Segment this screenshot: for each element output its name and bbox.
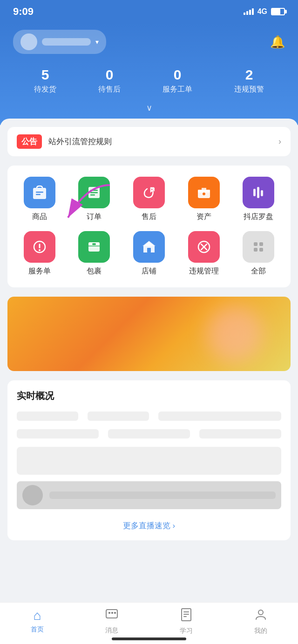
service-label: 服务单 [28,266,51,276]
svg-rect-32 [111,612,113,614]
svg-rect-1 [33,188,46,199]
announcement-bar[interactable]: 公告 站外引流管控规则 › [7,127,291,156]
svg-rect-7 [90,194,95,196]
svg-rect-28 [254,248,257,252]
more-link-text: 更多直播速览 › [123,521,175,530]
blur-block-2 [88,412,149,421]
expand-chevron-icon[interactable]: ∨ [13,103,285,116]
blur-block-6 [199,429,281,438]
svg-rect-37 [183,616,187,617]
banner-blur [207,306,263,362]
banner[interactable] [7,297,291,371]
icon-grid: 商品 订单 [7,166,291,287]
aftersale-icon [133,177,165,208]
svg-rect-36 [183,614,189,615]
all-label: 全部 [251,266,266,276]
main-content: 公告 站外引流管控规则 › 商品 [0,119,298,609]
shop-icon [133,231,165,263]
compass-icon [243,177,274,208]
icon-item-compass[interactable]: 抖店罗盘 [235,177,282,222]
stats-blur-row-1 [17,412,281,421]
aftersale-label: 售后 [142,212,156,222]
message-nav-icon [105,607,119,624]
announcement-text: 站外引流管控规则 [48,136,272,147]
svg-rect-26 [254,242,257,246]
service-icon [24,231,55,263]
learn-nav-icon [179,607,193,624]
svg-rect-2 [36,192,43,193]
parcel-icon [78,231,110,263]
svg-rect-3 [36,194,41,195]
blur-block-1 [17,412,78,421]
icon-item-order[interactable]: 订单 [71,177,117,222]
asset-icon [188,177,220,208]
chevron-down-icon: ▾ [95,38,99,46]
order-label: 订单 [87,212,102,222]
icon-item-shop[interactable]: 店铺 [126,231,172,276]
blur-line-1 [17,447,281,475]
icon-item-service[interactable]: 服务单 [16,231,63,276]
svg-rect-31 [108,612,110,614]
home-indicator [112,637,186,640]
icon-item-parcel[interactable]: 包裹 [71,231,117,276]
signal-icon [244,8,254,15]
violation-icon [188,231,220,263]
announcement-badge: 公告 [17,134,42,149]
svg-point-38 [258,610,263,615]
status-icons: 4G [244,7,285,16]
icon-item-product[interactable]: 商品 [16,177,63,222]
icon-item-aftersale[interactable]: 售后 [126,177,172,222]
learn-nav-label: 学习 [180,627,193,635]
order-icon [78,177,110,208]
icon-row-1: 商品 订单 [12,177,286,222]
svg-rect-29 [259,248,263,252]
bell-icon[interactable]: 🔔 [270,35,285,49]
realtime-section: 实时概况 更多直播速览 › [7,380,291,540]
svg-rect-5 [90,190,98,191]
icon-item-all[interactable]: 全部 [235,231,282,276]
stats-blur-row-2 [17,429,281,438]
icon-row-2: 服务单 包裹 [12,231,286,276]
icon-item-asset[interactable]: 资产 [181,177,227,222]
nav-item-learn[interactable]: 学习 [149,607,224,640]
svg-marker-24 [142,241,156,246]
mine-nav-icon [254,607,268,624]
stats-row: 5 待发货 0 待售后 0 服务工单 2 违规预警 [13,67,285,94]
network-label: 4G [257,7,267,16]
header: ▾ 🔔 5 待发货 0 待售后 0 服务工单 2 违规预警 ∨ [0,23,298,125]
nav-item-message[interactable]: 消息 [74,607,149,639]
svg-rect-17 [39,244,40,248]
compass-label: 抖店罗盘 [244,212,273,222]
stat-pending-ship[interactable]: 5 待发货 [34,67,56,94]
svg-rect-6 [90,192,98,193]
nav-item-mine[interactable]: 我的 [224,607,298,640]
home-nav-label: 首页 [31,625,44,634]
nav-item-home[interactable]: ⌂ 首页 [0,608,74,638]
header-top: ▾ 🔔 [13,30,285,54]
violation-label: 违规管理 [189,266,219,276]
battery-icon [271,8,285,15]
more-link[interactable]: 更多直播速览 › [17,516,281,531]
shop-selector[interactable]: ▾ [13,30,106,54]
svg-rect-14 [257,187,259,198]
mine-nav-label: 我的 [254,627,267,635]
product-icon [24,177,55,208]
svg-rect-23 [147,248,151,252]
asset-label: 资产 [196,212,211,222]
stat-service-order[interactable]: 0 服务工单 [163,67,192,94]
svg-rect-33 [114,612,116,614]
blur-line-2 [17,481,281,509]
svg-rect-15 [261,190,263,196]
all-icon [243,231,274,263]
svg-rect-21 [92,243,96,245]
svg-point-18 [39,249,41,251]
svg-rect-27 [259,242,263,246]
stat-violation-warning[interactable]: 2 违规预警 [234,67,264,94]
stat-pending-after[interactable]: 0 待售后 [98,67,121,94]
icon-item-violation[interactable]: 违规管理 [181,231,227,276]
parcel-label: 包裹 [87,266,102,276]
svg-point-12 [203,193,205,195]
blur-block-3 [158,412,281,421]
realtime-title: 实时概况 [17,390,281,402]
message-nav-label: 消息 [105,626,118,635]
